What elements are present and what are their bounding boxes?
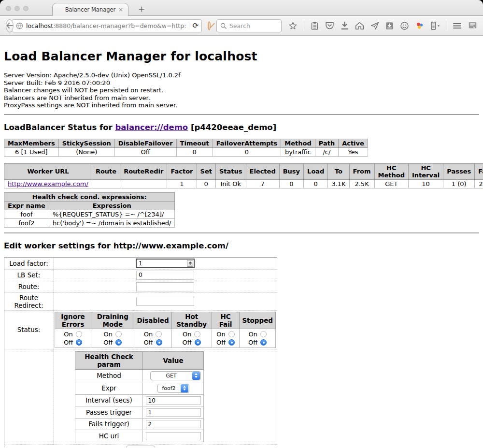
column-header: Fails — [475, 163, 483, 179]
stopped-on-radio[interactable] — [260, 331, 267, 337]
hot-standby-off-radio[interactable] — [195, 339, 201, 346]
expr-name-cell: foof — [4, 210, 49, 218]
menu-icon[interactable] — [453, 22, 462, 29]
stopped-off-radio[interactable] — [260, 339, 267, 346]
column-header: Path — [315, 139, 338, 147]
column-header: Active — [339, 139, 368, 147]
bookmark-star-icon[interactable] — [288, 21, 298, 30]
expr-table-title: Health check cond. expressions: — [4, 192, 175, 201]
hc-fail-off-radio[interactable] — [228, 339, 235, 346]
column-header: Route — [92, 163, 120, 179]
heading-prefix: LoadBalancer Status for — [4, 123, 115, 132]
hc-uri-label: HC uri — [75, 430, 143, 442]
worker-url-link[interactable]: http://www.example.com/ — [8, 180, 88, 188]
reload-icon[interactable]: ⟳ — [192, 22, 199, 29]
method-select-value: GET — [151, 373, 192, 379]
url-text[interactable]: localhost:8880/balancer-manager?b=demo&w… — [26, 22, 186, 29]
expr-select[interactable]: foof2 — [157, 384, 189, 393]
page-title: Load Balancer Manager for localhost — [4, 36, 479, 63]
route-redirect-input[interactable] — [136, 297, 194, 306]
form-row-status: Status: Ignore Errors Draining Mode Disa… — [4, 310, 277, 349]
on-label: On — [248, 331, 257, 338]
save-page-icon[interactable] — [385, 22, 394, 30]
disablefailover-cell: Off — [114, 147, 176, 156]
health-check-table: Health Check param Value Method GET — [75, 351, 204, 442]
column-header: Factor — [167, 163, 197, 179]
feedback-smiley-icon[interactable] — [400, 21, 409, 30]
pocket-icon[interactable] — [325, 21, 334, 30]
lb-set-input[interactable] — [136, 271, 194, 280]
balancer-demo-link[interactable]: balancer://demo — [115, 123, 188, 132]
tab-balancer-manager[interactable]: Balancer Manager × — [52, 3, 128, 16]
zoom-window-button[interactable] — [23, 6, 28, 11]
interval-input[interactable] — [146, 396, 201, 405]
device-battery-icon[interactable]: ▾ — [430, 21, 440, 30]
status-cell: Init Ok — [215, 179, 246, 188]
column-header: HC Method — [374, 163, 408, 179]
number-spinner-icon[interactable] — [187, 260, 193, 267]
column-header: DisableFailover — [114, 139, 176, 147]
on-label: On — [183, 331, 191, 338]
url-bar[interactable]: localhost:8880/balancer-manager?b=demo&w… — [12, 19, 202, 32]
column-header: HC Fail — [212, 312, 240, 329]
disabled-off-radio[interactable] — [156, 339, 162, 346]
hc-uri-input[interactable] — [146, 432, 201, 440]
toolbar-divider — [304, 21, 304, 30]
table-header-row: MaxMembers StickySession DisableFailover… — [4, 139, 368, 147]
minimize-window-button[interactable] — [14, 6, 20, 11]
form-row: Load factor: — [4, 257, 277, 269]
maxmembers-cell: 6 [1 Used] — [4, 147, 59, 156]
server-info: Server Version: Apache/2.5.0-dev (Unix) … — [4, 72, 479, 109]
back-button[interactable] — [6, 19, 14, 32]
timeout-cell: 0 — [176, 147, 213, 156]
on-label: On — [64, 331, 72, 338]
expression-cell: hc('body') =~ /domain is established/ — [49, 218, 175, 227]
urlbar-divider — [189, 21, 189, 30]
table-row: 6 [1 Used] (None) Off 0 0 bytraffic /c/ … — [4, 147, 368, 156]
hot-standby-on-radio[interactable] — [194, 331, 200, 337]
passes-input[interactable] — [146, 408, 201, 417]
expr-label: Expr — [75, 382, 143, 394]
method-label: Method — [75, 369, 143, 382]
hc-fail-on-radio[interactable] — [228, 331, 235, 337]
draining-mode-on-radio[interactable] — [115, 331, 122, 337]
search-bar[interactable]: Search — [216, 19, 282, 32]
on-label: On — [144, 331, 153, 338]
ignore-errors-on-radio[interactable] — [76, 331, 82, 337]
new-tab-button[interactable]: + — [138, 4, 145, 14]
home-icon[interactable] — [355, 21, 364, 30]
disabled-on-radio[interactable] — [156, 331, 162, 337]
health-row-spacer — [4, 349, 54, 444]
column-header: HC Interval — [408, 163, 443, 179]
interval-label: Interval (secs) — [75, 394, 143, 406]
column-header: RouteRedir — [120, 163, 167, 179]
path-cell: /c/ — [315, 147, 338, 156]
tab-bar: Balancer Manager × + — [0, 0, 483, 16]
reading-list-icon[interactable] — [311, 21, 319, 30]
route-input[interactable] — [136, 282, 194, 291]
content-blocked-icon[interactable] — [208, 21, 211, 30]
table-header-row: Ignore Errors Draining Mode Disabled Hot… — [55, 312, 276, 329]
dropdown-caret-icon[interactable]: ▾ — [438, 24, 440, 28]
downloads-icon[interactable] — [341, 21, 349, 30]
edit-worker-heading: Edit worker settings for http://www.exam… — [4, 241, 479, 250]
ignore-errors-off-radio[interactable] — [76, 339, 82, 346]
close-window-button[interactable] — [6, 6, 11, 11]
expr-name-cell: foof2 — [4, 218, 49, 227]
fails-input[interactable] — [146, 420, 201, 428]
tab-title: Balancer Manager — [65, 6, 116, 13]
submit-button[interactable]: Submit — [126, 446, 155, 448]
panels-icon[interactable] — [468, 21, 477, 30]
method-select[interactable]: GET — [150, 371, 201, 380]
send-tab-icon[interactable] — [370, 21, 379, 30]
load-factor-input[interactable] — [136, 259, 195, 268]
column-header: Disabled — [134, 312, 171, 329]
draining-mode-off-radio[interactable] — [115, 339, 122, 346]
colors-extension-icon[interactable] — [415, 21, 424, 30]
health-row: Interval (secs) — [75, 394, 204, 406]
column-header: To — [328, 163, 349, 179]
worker-row: http://www.example.com/ 1 0 Init Ok 7 0 … — [4, 179, 483, 188]
draining-mode-cell: On Off — [91, 329, 134, 347]
toolbar-divider — [446, 21, 446, 30]
tab-close-icon[interactable]: × — [118, 6, 123, 13]
